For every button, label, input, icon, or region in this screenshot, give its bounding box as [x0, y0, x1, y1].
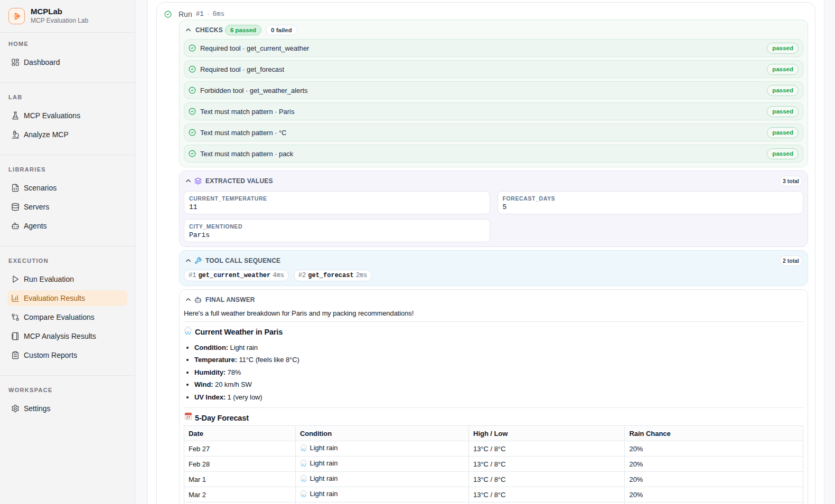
svg-text:17: 17 — [186, 415, 191, 419]
